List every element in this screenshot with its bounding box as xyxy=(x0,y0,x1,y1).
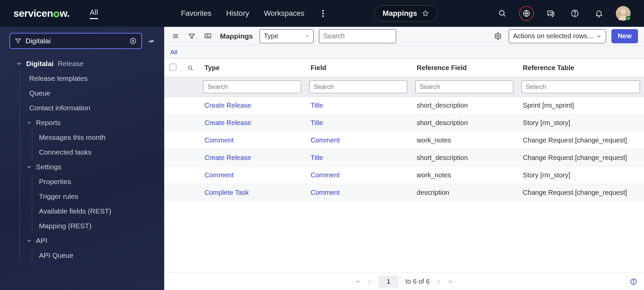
cell-ref-field: description xyxy=(411,184,517,201)
actions-select[interactable]: Actions on selected rows... xyxy=(509,29,606,43)
cell-ref-table: Change Request [change_request] xyxy=(517,149,644,167)
cell-type[interactable]: Comment xyxy=(204,171,234,179)
svg-point-1 xyxy=(322,13,324,14)
toolbar-title: Mappings xyxy=(220,32,253,40)
bell-icon[interactable] xyxy=(592,6,606,21)
clear-icon[interactable] xyxy=(129,37,137,45)
svg-point-7 xyxy=(574,15,575,15)
logo-o-icon xyxy=(53,11,59,17)
context-pill[interactable]: Mappings xyxy=(374,5,438,21)
svg-point-17 xyxy=(188,66,192,69)
cell-ref-field: short_description xyxy=(411,114,517,132)
select-all-checkbox[interactable] xyxy=(170,64,176,70)
cell-ref-table: Change Request [change_request] xyxy=(517,132,644,149)
nav-queue[interactable]: Queue xyxy=(20,86,164,101)
svg-line-18 xyxy=(191,69,193,70)
svg-point-21 xyxy=(633,280,634,280)
topbar-center: Favorites History Workspaces xyxy=(164,9,324,18)
svg-line-4 xyxy=(504,15,505,16)
cell-type[interactable]: Create Release xyxy=(204,154,251,161)
avatar[interactable] xyxy=(616,6,631,21)
activity-icon[interactable] xyxy=(202,31,213,42)
gear-icon[interactable] xyxy=(493,31,503,42)
sidebar: Digitalai Release Release templates Queu… xyxy=(0,27,164,290)
table-row[interactable]: Create ReleaseTitleshort_descriptionSpri… xyxy=(164,97,644,114)
nav-trigger-rules[interactable]: Trigger rules xyxy=(32,189,164,204)
cell-field[interactable]: Comment xyxy=(311,189,340,196)
nav-group-digitalai[interactable]: Digitalai Release xyxy=(0,56,164,71)
globe-icon[interactable] xyxy=(519,6,534,21)
menu-icon[interactable] xyxy=(170,31,181,42)
page-range: to 6 of 6 xyxy=(405,278,429,285)
nav-all[interactable]: All xyxy=(90,8,98,19)
table-row[interactable]: CommentCommentwork_notesStory [rm_story] xyxy=(164,167,644,184)
col-ref-table[interactable]: Reference Table xyxy=(517,59,644,77)
toolbar-search-input[interactable] xyxy=(319,29,396,43)
nav-api-queue[interactable]: API Queue xyxy=(32,248,164,263)
chat-icon[interactable] xyxy=(543,6,558,21)
help-icon[interactable] xyxy=(567,6,582,21)
last-page-icon[interactable] xyxy=(448,279,454,285)
breadcrumb-all[interactable]: All xyxy=(170,49,177,56)
star-icon[interactable] xyxy=(422,10,429,17)
col-type[interactable]: Type xyxy=(199,59,305,77)
svg-point-3 xyxy=(499,10,504,15)
nav-favorites[interactable]: Favorites xyxy=(181,9,211,18)
col-field[interactable]: Field xyxy=(305,59,411,77)
cell-field[interactable]: Comment xyxy=(311,136,340,144)
page-input[interactable] xyxy=(378,276,399,288)
sidebar-filter[interactable] xyxy=(9,33,142,49)
sidebar-filter-input[interactable] xyxy=(26,37,125,45)
cell-field[interactable]: Comment xyxy=(311,171,340,179)
presence-dot-icon xyxy=(626,16,631,21)
pin-icon[interactable] xyxy=(147,37,155,45)
nav-workspaces[interactable]: Workspaces xyxy=(264,9,305,18)
cell-ref-table: Story [rm_story] xyxy=(517,167,644,184)
table-row[interactable]: Create ReleaseTitleshort_descriptionChan… xyxy=(164,149,644,167)
nav-settings[interactable]: Settings xyxy=(20,160,164,174)
cell-field[interactable]: Title xyxy=(311,102,323,109)
first-page-icon[interactable] xyxy=(354,279,360,285)
cell-ref-field: work_notes xyxy=(411,167,517,184)
search-type[interactable] xyxy=(203,80,301,93)
search-ref-field[interactable] xyxy=(415,80,513,93)
col-ref-field[interactable]: Reference Field xyxy=(411,59,517,77)
type-select[interactable]: Type xyxy=(260,29,314,43)
svg-point-2 xyxy=(322,15,324,17)
info-icon[interactable] xyxy=(630,278,637,285)
nav-contact-info[interactable]: Contact information xyxy=(20,101,164,115)
cell-type[interactable]: Comment xyxy=(204,136,234,144)
cell-type[interactable]: Create Release xyxy=(204,102,251,109)
nav-release-templates[interactable]: Release templates xyxy=(20,71,164,86)
search-field[interactable] xyxy=(309,80,407,93)
nav-reports[interactable]: Reports xyxy=(20,115,164,130)
toolbar: Mappings Type Actions on selected rows..… xyxy=(164,27,644,46)
pagination-footer: to 6 of 6 xyxy=(164,273,644,290)
chevron-down-icon xyxy=(27,120,32,125)
nav-api[interactable]: API xyxy=(20,233,164,248)
nav-properties[interactable]: Properties xyxy=(32,174,164,189)
table-row[interactable]: Create ReleaseTitleshort_descriptionStor… xyxy=(164,114,644,132)
nav-available-fields[interactable]: Available fields (REST) xyxy=(32,204,164,219)
cell-type[interactable]: Complete Task xyxy=(204,189,249,196)
search-icon[interactable] xyxy=(495,6,510,21)
topbar-right xyxy=(495,6,644,21)
search-icon[interactable] xyxy=(187,65,194,71)
cell-ref-field: short_description xyxy=(411,97,517,114)
table-row[interactable]: Complete TaskCommentdescriptionChange Re… xyxy=(164,184,644,201)
prev-page-icon[interactable] xyxy=(367,279,372,284)
funnel-icon[interactable] xyxy=(186,31,197,42)
nav-messages-month[interactable]: Messages this month xyxy=(32,130,164,145)
nav-history[interactable]: History xyxy=(226,9,249,18)
new-button[interactable]: New xyxy=(611,29,638,43)
cell-field[interactable]: Title xyxy=(311,154,323,161)
table-row[interactable]: CommentCommentwork_notesChange Request [… xyxy=(164,132,644,149)
search-ref-table[interactable] xyxy=(521,80,640,93)
cell-type[interactable]: Create Release xyxy=(204,119,251,126)
nav-more-icon[interactable] xyxy=(322,10,324,17)
next-page-icon[interactable] xyxy=(436,279,441,284)
nav-connected-tasks[interactable]: Connected tasks xyxy=(32,145,164,160)
cell-field[interactable]: Title xyxy=(311,119,323,126)
nav-mapping-rest[interactable]: Mapping (REST) xyxy=(32,219,164,233)
svg-point-8 xyxy=(620,9,626,14)
